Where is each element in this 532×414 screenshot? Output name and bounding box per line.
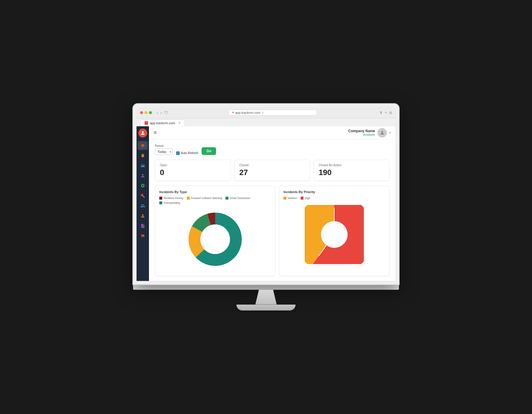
minimize-button[interactable] — [145, 111, 147, 114]
tab-close-icon[interactable]: ✕ — [178, 121, 181, 124]
legend-collision: Forward Collision Warning — [187, 197, 222, 200]
open-label: Open — [160, 164, 226, 167]
window-icon[interactable]: ⧉ — [389, 111, 392, 115]
user-status: Available — [348, 133, 375, 136]
close-button[interactable] — [140, 111, 143, 114]
legend-medium-dot — [283, 197, 286, 200]
stat-card-closed-no-action: Closed No Action 190 — [314, 160, 390, 181]
add-tab-icon[interactable]: + — [385, 111, 387, 115]
closed-label: Closed — [239, 164, 305, 167]
user-avatar[interactable] — [377, 128, 387, 138]
sidebar-item-settings[interactable] — [138, 181, 148, 190]
main-area: ≡ Company Name Available — [149, 126, 395, 281]
sidebar-item-tools[interactable] — [138, 191, 148, 200]
go-button[interactable]: Go — [202, 147, 216, 155]
active-tab[interactable]: app.trackrrm.com ✕ — [140, 119, 185, 126]
hamburger-icon[interactable]: ≡ — [154, 130, 157, 136]
auto-refresh-checkbox[interactable] — [176, 151, 180, 155]
donut-chart-area — [159, 207, 271, 272]
traffic-lights — [140, 111, 152, 114]
sidebar-item-user[interactable] — [138, 171, 148, 180]
browser-actions: ⬆ + ⧉ — [379, 111, 392, 115]
legend-reckless-dot — [159, 197, 162, 200]
stat-cards: Open 0 Closed 27 Closed No Action 190 — [155, 160, 390, 181]
user-info: Company Name Available ▾ — [348, 128, 391, 138]
page-content: Period Today Auto Refresh — [149, 140, 395, 281]
period-select-wrapper: Today — [155, 148, 173, 155]
user-dropdown-icon[interactable]: ▾ — [389, 131, 391, 134]
tab-favicon — [145, 121, 148, 125]
svg-point-0 — [142, 131, 144, 133]
chart-priority-title: Incidents By Priority — [283, 190, 385, 194]
sidebar-logo — [138, 129, 147, 138]
monitor-neck — [254, 290, 278, 305]
legend-reckless: Reckless Driving — [159, 197, 183, 200]
tab-title: app.trackrrm.com — [150, 121, 175, 125]
legend-collision-label: Forward Collision Warning — [191, 197, 222, 200]
chart-incidents-by-type: Incidents By Type Reckless Driving Forwa… — [155, 186, 275, 276]
chart-type-title: Incidents By Type — [159, 190, 271, 194]
user-name: Company Name — [348, 129, 375, 133]
monitor-screen: ‹ › 🛡 ✦ app.trackrrm.com ⊙ ⬆ + ⧉ — [133, 104, 399, 284]
browser-tab-bar: app.trackrrm.com ✕ — [137, 118, 395, 126]
sidebar-item-alerts[interactable] — [138, 151, 148, 160]
sidebar-item-vehicle[interactable] — [138, 161, 148, 170]
chart-priority-legend: Medium High — [283, 197, 385, 200]
stat-card-closed: Closed 27 — [234, 160, 310, 181]
user-text: Company Name Available — [348, 129, 375, 136]
monitor-wrapper: ‹ › 🛡 ✦ app.trackrrm.com ⊙ ⬆ + ⧉ — [133, 104, 399, 310]
url-text: app.trackrrm.com — [235, 111, 261, 114]
period-group: Period Today — [155, 144, 173, 155]
closed-no-action-value: 190 — [319, 168, 385, 177]
pie-chart-area — [283, 202, 385, 267]
sidebar-item-home[interactable] — [138, 141, 148, 150]
sidebar-item-person[interactable] — [138, 211, 148, 220]
browser-chrome: ‹ › 🛡 ✦ app.trackrrm.com ⊙ ⬆ + ⧉ — [137, 107, 395, 281]
back-icon[interactable]: ‹ — [157, 110, 158, 115]
closed-no-action-label: Closed No Action — [319, 164, 385, 167]
auto-refresh-group: Auto Refresh — [176, 151, 198, 155]
lock-icon: ⊙ — [262, 111, 264, 114]
auto-refresh-label: Auto Refresh — [181, 151, 198, 155]
donut-chart-svg — [186, 210, 245, 269]
open-value: 0 — [160, 168, 226, 177]
sidebar — [137, 126, 149, 281]
favicon-icon: ✦ — [232, 111, 234, 114]
browser-controls: ‹ › 🛡 — [157, 110, 168, 115]
app-content: ≡ Company Name Available — [137, 126, 395, 281]
sidebar-item-group[interactable] — [138, 201, 148, 210]
legend-reckless-label: Reckless Driving — [163, 197, 183, 200]
chart-type-legend: Reckless Driving Forward Collision Warni… — [159, 197, 271, 204]
closed-value: 27 — [239, 168, 305, 177]
legend-distraction-dot — [226, 197, 228, 200]
legend-high-label: High — [305, 197, 310, 200]
charts-row: Incidents By Type Reckless Driving Forwa… — [155, 186, 390, 276]
legend-overspeeding-label: Overspeeding — [163, 201, 180, 204]
controls-row: Period Today Auto Refresh — [155, 144, 390, 155]
chart-incidents-by-priority: Incidents By Priority Medium High — [279, 186, 390, 276]
legend-medium-label: Medium — [288, 197, 297, 200]
stat-card-open: Open 0 — [155, 160, 231, 181]
monitor-chin — [133, 284, 399, 290]
browser-titlebar: ‹ › 🛡 ✦ app.trackrrm.com ⊙ ⬆ + ⧉ — [137, 107, 395, 118]
shield-icon: 🛡 — [164, 110, 168, 115]
legend-distraction-label: Driver Distraction — [230, 197, 250, 200]
svg-point-6 — [200, 224, 230, 254]
legend-overspeeding-dot — [159, 201, 162, 204]
share-icon[interactable]: ⬆ — [379, 111, 382, 115]
forward-icon[interactable]: › — [160, 110, 162, 115]
sidebar-item-flag[interactable] — [138, 232, 148, 240]
period-select[interactable]: Today — [155, 148, 173, 155]
period-label: Period — [155, 144, 173, 148]
top-nav: ≡ Company Name Available — [149, 126, 395, 140]
legend-high-dot — [301, 197, 304, 200]
address-bar[interactable]: ✦ app.trackrrm.com ⊙ — [228, 110, 317, 116]
legend-medium: Medium — [283, 197, 297, 200]
legend-high: High — [301, 197, 310, 200]
maximize-button[interactable] — [149, 111, 152, 114]
pie-chart-svg — [305, 205, 364, 264]
legend-collision-dot — [187, 197, 190, 200]
legend-distraction: Driver Distraction — [226, 197, 250, 200]
svg-point-1 — [381, 131, 383, 133]
sidebar-item-document[interactable] — [138, 221, 148, 230]
